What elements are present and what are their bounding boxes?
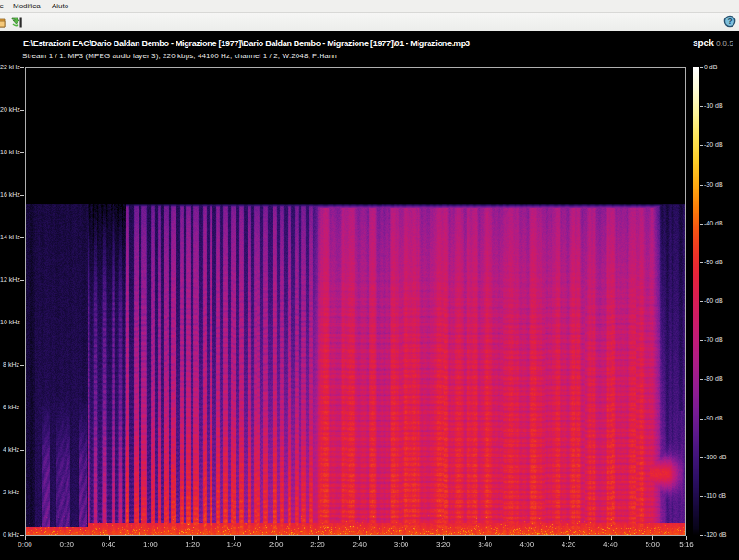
svg-text:?: ? <box>727 17 732 26</box>
